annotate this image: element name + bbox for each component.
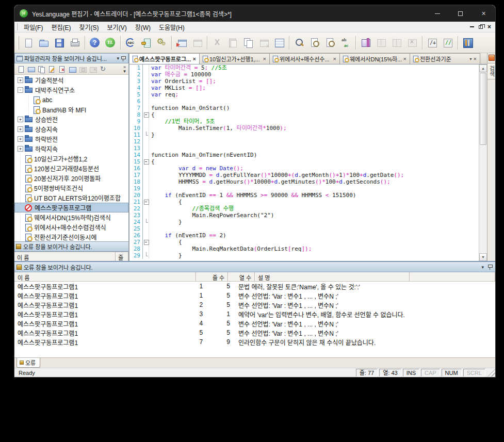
error-row[interactable]: 예스스팟구동프로그램145변수 선언법: 'Var : 변수1 , ... , … [14, 319, 495, 328]
error-col-line[interactable]: 줄 수 [196, 272, 228, 281]
show-grid-button[interactable] [272, 36, 286, 50]
options-button[interactable] [461, 36, 475, 50]
menu-item-1[interactable]: 편집(E) [47, 22, 75, 32]
left-error-header[interactable]: 오류 창을 보이거나 숨깁니다. [14, 241, 128, 252]
new-formula-button[interactable] [15, 64, 26, 74]
mdi-minimize-button[interactable] [470, 26, 474, 27]
fold-marker[interactable] [143, 252, 149, 259]
tree-item[interactable]: 웨에서사DN(15%하락)검색식 [14, 212, 128, 222]
collapse-minus-icon[interactable]: - [18, 87, 23, 93]
mdi-close-button[interactable]: × [487, 24, 491, 30]
error-panel-header[interactable]: 오류 창을 보이거나 숨깁니다. ▾ [14, 262, 495, 272]
help-button[interactable] [88, 36, 102, 50]
menu-item-5[interactable]: 도움말(H) [155, 22, 189, 32]
error-panel-menu-icon[interactable]: ▾ [480, 265, 485, 270]
tab-close-icon[interactable]: × [332, 56, 337, 62]
fold-marker[interactable] [143, 219, 149, 225]
copy-button[interactable] [241, 36, 255, 50]
file-toolbar-dropdown-icon[interactable]: ▾ [123, 69, 126, 73]
comment-line-button[interactable] [441, 36, 455, 50]
error-panel-pin-icon[interactable] [487, 264, 492, 270]
yeslanguage-info-button[interactable] [103, 36, 118, 50]
fold-marker[interactable] [143, 132, 149, 138]
scroll-down-button[interactable]: ▼ [479, 253, 487, 261]
vertical-scrollbar[interactable]: ▲ ▼ [479, 64, 487, 261]
editor-tab-1[interactable]: 10일신고가+선행1,...× [199, 53, 270, 64]
scrollbar-track[interactable] [479, 145, 487, 253]
file-manager-menu-icon[interactable]: ▾ [115, 56, 121, 61]
expand-plus-icon[interactable]: + [18, 126, 23, 132]
error-row[interactable]: 예스스팟구동프로그램155변수 선언법: 'Var : 변수1 , ... , … [14, 328, 495, 337]
copy-formula-button[interactable] [36, 64, 46, 74]
menu-item-0[interactable]: 파일(F) [20, 22, 47, 32]
tab-close-icon[interactable]: × [402, 56, 408, 62]
file-manager-header[interactable]: 파일관리자 창을 보이거나 숨깁니... ▾ [14, 53, 128, 63]
error-row[interactable]: 예스스팟구동프로그램131예약어 'var'는 입력변수나 변수, 배열, 함수… [14, 309, 495, 319]
rename-formula-button[interactable] [46, 64, 57, 74]
tree-item[interactable]: abc [14, 95, 128, 105]
tree-item[interactable]: 예스스팟구동프로그램 [14, 203, 128, 212]
open-file-button[interactable] [37, 36, 51, 50]
refresh-button[interactable] [98, 64, 108, 74]
tree-item[interactable]: 120봉신고거래량4등분선 [14, 163, 128, 173]
tree-item[interactable]: +하락반전 [14, 134, 128, 144]
tree-item[interactable]: 위에서사+매수선수렴검색식 [14, 222, 128, 232]
editor-tab-2[interactable]: 위에서사+매수선수...× [269, 53, 340, 64]
tree-item[interactable]: 10일신고가+선행1,2 [14, 154, 128, 163]
file-toolbar-overflow[interactable]: » ▾ [123, 65, 127, 73]
editor-tab-3[interactable]: 웨에서사DN(15%하...× [339, 53, 410, 64]
error-row[interactable]: 예스스팟구동프로그램179인라인함수 구문이 닫히지 않은 채 수식이 끝났습니… [14, 337, 495, 347]
tree-item[interactable]: 5이평쌍바닥조건식 [14, 183, 128, 193]
docked-window-icon[interactable] [489, 55, 495, 61]
new-folder-button[interactable] [67, 64, 77, 74]
pin-icon[interactable] [121, 56, 125, 61]
fold-marker[interactable] [143, 111, 149, 118]
editor-tab-4[interactable]: 전환선과기준▾× [410, 53, 480, 64]
tree-item[interactable]: +상승지속 [14, 124, 128, 134]
zoom-button[interactable] [292, 36, 306, 50]
scrollbar-thumb[interactable] [480, 73, 486, 145]
add-line-button[interactable] [425, 36, 440, 50]
error-tab[interactable]: 오류 [17, 358, 40, 368]
editor-tab-0[interactable]: 예스스팟구동프로그...× [129, 53, 200, 64]
apply-chart-button[interactable] [174, 36, 189, 50]
syntax-check-button[interactable] [123, 36, 138, 50]
code-area[interactable]: 1var 타이머간격 = 5; //5초2var 매수금 = 1000003va… [129, 64, 479, 261]
bookmark-button[interactable] [359, 36, 373, 50]
error-col-description[interactable]: 설 명 [255, 272, 410, 281]
fold-marker[interactable] [143, 239, 149, 245]
left-error-col-line[interactable]: 줄 [116, 252, 128, 261]
tree-item[interactable]: UT BOT ALERTS와120이평조합 [14, 193, 128, 203]
tree-item[interactable]: -대박주식연구소 [14, 85, 128, 95]
tree-item[interactable]: Band%B 와 MFI [14, 105, 128, 114]
tab-close-icon[interactable]: × [473, 56, 478, 62]
resize-grip[interactable] [487, 369, 495, 376]
fold-marker[interactable] [143, 199, 149, 205]
expand-plus-icon[interactable]: + [18, 136, 23, 142]
title-bar[interactable]: YesLanguage 편집기 - 예스트레이더 - [예스스팟구동프로그램1<… [14, 5, 495, 22]
error-row[interactable]: 예스스팟구동프로그램115문법 에러, 잘못된 토큰:'Name', 올 수 있… [14, 282, 495, 291]
tab-close-icon[interactable]: × [192, 56, 197, 62]
error-row[interactable]: 예스스팟구동프로그램115변수 선언법: 'Var : 변수1 , ... , … [14, 291, 495, 300]
maximize-button[interactable] [449, 5, 472, 22]
error-col-column[interactable]: 열 수 [228, 272, 255, 281]
error-col-name[interactable]: 이 름 [14, 272, 196, 281]
expand-plus-icon[interactable]: + [18, 117, 23, 122]
replace-button[interactable] [338, 36, 353, 50]
fold-marker[interactable] [143, 158, 149, 165]
tab-close-icon[interactable]: × [262, 56, 267, 62]
formula-verify-button[interactable] [139, 36, 153, 50]
tree-item[interactable]: 20봉신저가후 20이평돌파 [14, 173, 128, 183]
delete-formula-button[interactable] [57, 64, 67, 74]
menu-item-4[interactable]: 창(W) [131, 22, 155, 32]
tree-item[interactable]: +기술적분석 [14, 75, 128, 85]
open-formula-button[interactable] [26, 64, 36, 74]
tree-item[interactable]: 전환선과기준선이동시에 [14, 232, 128, 241]
compile-button[interactable] [154, 36, 169, 50]
new-file-button[interactable] [21, 36, 36, 50]
left-error-col-name[interactable]: 이 름 [14, 252, 116, 261]
find-button[interactable] [307, 36, 322, 50]
minimize-button[interactable] [426, 5, 449, 22]
tree-item[interactable]: +상승반전 [14, 114, 128, 124]
print-button[interactable] [68, 36, 82, 50]
